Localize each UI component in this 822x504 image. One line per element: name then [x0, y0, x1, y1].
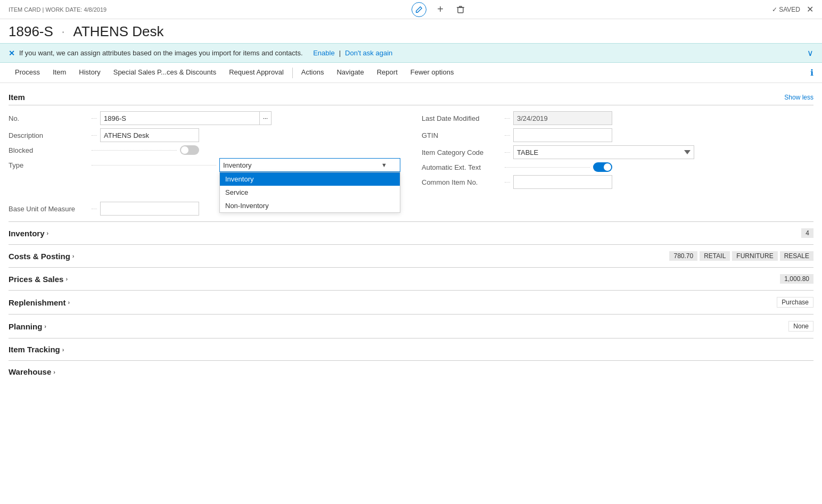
- delete-button[interactable]: [454, 5, 467, 14]
- blocked-label: Blocked: [9, 146, 88, 154]
- costs-badge-furniture: FURNITURE: [732, 251, 777, 261]
- type-selected-value: Inventory: [223, 161, 251, 169]
- page-title: 1896-S · ATHENS Desk: [9, 23, 164, 40]
- item-tracking-chevron: ›: [62, 346, 64, 353]
- type-label: Type: [9, 161, 88, 169]
- nav-actions[interactable]: Actions: [295, 63, 331, 83]
- info-icon[interactable]: ℹ: [810, 68, 813, 78]
- common-item-row: Common Item No.: [411, 173, 813, 191]
- page-title-row: 1896-S · ATHENS Desk: [0, 19, 822, 43]
- item-category-row: Item Category Code TABLE: [411, 144, 813, 161]
- item-name: ATHENS Desk: [73, 23, 164, 39]
- notification-expand[interactable]: ∨: [807, 48, 813, 58]
- planning-section[interactable]: Planning › None: [9, 314, 813, 338]
- replenishment-section[interactable]: Replenishment › Purchase: [9, 290, 813, 314]
- item-form: No. ··· Description: [9, 105, 813, 221]
- auto-ext-label: Automatic Ext. Text: [422, 163, 502, 171]
- nav-fewer-options[interactable]: Fewer options: [404, 63, 461, 83]
- replenishment-badge: Purchase: [777, 297, 813, 308]
- nav-process[interactable]: Process: [9, 63, 46, 83]
- type-dropdown-wrapper: Inventory ▼ Inventory Service Non-Invent…: [219, 158, 400, 172]
- no-lookup-button[interactable]: ···: [260, 111, 272, 125]
- type-option-inventory[interactable]: Inventory: [220, 172, 400, 186]
- nav-menu: Process Item History Special Sales P...c…: [0, 63, 822, 83]
- last-date-input: [513, 111, 612, 125]
- warehouse-section[interactable]: Warehouse ›: [9, 360, 813, 383]
- warehouse-title: Warehouse: [9, 367, 51, 376]
- inventory-section[interactable]: Inventory › 4: [9, 221, 813, 244]
- notification-bar: ✕ If you want, we can assign attributes …: [0, 43, 822, 63]
- gtin-input[interactable]: [513, 128, 612, 142]
- costs-section[interactable]: Costs & Posting › 780.70 RETAIL FURNITUR…: [9, 244, 813, 267]
- item-category-label: Item Category Code: [422, 148, 502, 156]
- breadcrumb: ITEM CARD | WORK DATE: 4/8/2019: [9, 6, 106, 13]
- costs-badge-resale: RESALE: [780, 251, 813, 261]
- inventory-title: Inventory: [9, 229, 45, 238]
- nav-navigate[interactable]: Navigate: [330, 63, 370, 83]
- nav-request-approval[interactable]: Request Approval: [223, 63, 290, 83]
- notification-close[interactable]: ✕: [9, 49, 15, 57]
- costs-badge-retail: RETAIL: [700, 251, 730, 261]
- costs-badge-price: 780.70: [669, 251, 697, 261]
- no-field: ···: [100, 111, 272, 125]
- description-input[interactable]: [100, 128, 199, 142]
- edit-button[interactable]: [412, 2, 426, 17]
- base-unit-input[interactable]: [100, 202, 199, 216]
- item-category-field: TABLE: [513, 145, 694, 159]
- replenishment-title: Replenishment: [9, 298, 66, 307]
- saved-label: SAVED: [779, 6, 800, 13]
- no-input[interactable]: [100, 111, 260, 125]
- blocked-toggle[interactable]: [180, 145, 199, 155]
- svg-rect-0: [458, 7, 463, 13]
- planning-title: Planning: [9, 322, 42, 331]
- type-row: Type Inventory ▼ Inventory Service Non-I…: [9, 156, 411, 173]
- title-separator: ·: [61, 23, 69, 39]
- top-bar: ITEM CARD | WORK DATE: 4/8/2019 + ✓ SAVE…: [0, 0, 822, 19]
- notification-text: If you want, we can assign attributes ba…: [19, 49, 303, 57]
- prices-section[interactable]: Prices & Sales › 1,000.80: [9, 267, 813, 290]
- costs-chevron: ›: [72, 253, 75, 259]
- type-option-service[interactable]: Service: [220, 186, 400, 199]
- check-icon: ✓: [772, 6, 777, 13]
- prices-title: Prices & Sales: [9, 275, 63, 284]
- no-label: No.: [9, 114, 88, 122]
- save-status: ✓ SAVED ✕: [772, 4, 813, 14]
- nav-separator: [292, 68, 293, 78]
- prices-chevron: ›: [65, 276, 68, 282]
- nav-history[interactable]: History: [72, 63, 106, 83]
- inventory-badge: 4: [801, 228, 813, 238]
- dont-ask-link[interactable]: Don't ask again: [345, 49, 392, 57]
- gtin-label: GTIN: [422, 131, 502, 139]
- type-dropdown-button[interactable]: Inventory ▼: [219, 158, 400, 172]
- item-section-title: Item: [9, 93, 25, 102]
- add-button[interactable]: +: [435, 3, 446, 15]
- chevron-down-icon: ▼: [381, 162, 387, 168]
- type-dropdown-list: Inventory Service Non-Inventory: [219, 172, 400, 213]
- type-option-noninventory[interactable]: Non-Inventory: [220, 199, 400, 212]
- planning-badge: None: [788, 321, 813, 332]
- form-col-left: No. ··· Description: [9, 110, 411, 217]
- inventory-chevron: ›: [47, 230, 49, 236]
- auto-ext-toggle[interactable]: [593, 162, 612, 172]
- item-section-header: Item Show less: [9, 87, 813, 105]
- prices-badge: 1,000.80: [780, 274, 813, 284]
- warehouse-chevron: ›: [53, 369, 55, 375]
- common-item-input[interactable]: [513, 175, 612, 189]
- item-category-select[interactable]: TABLE: [513, 145, 694, 159]
- nav-special-sales[interactable]: Special Sales P...ces & Discounts: [107, 63, 223, 83]
- nav-item[interactable]: Item: [46, 63, 72, 83]
- item-tracking-section[interactable]: Item Tracking ›: [9, 338, 813, 360]
- common-item-label: Common Item No.: [422, 178, 502, 186]
- no-row: No. ···: [9, 110, 411, 127]
- nav-report[interactable]: Report: [371, 63, 404, 83]
- description-row: Description: [9, 127, 411, 144]
- show-less-button[interactable]: Show less: [784, 94, 813, 101]
- base-unit-label: Base Unit of Measure: [9, 205, 88, 213]
- form-col-right: Last Date Modified GTIN Item Category Co…: [411, 110, 813, 217]
- content-area: Item Show less No. ··· Descriptio: [0, 87, 822, 383]
- last-date-label: Last Date Modified: [422, 114, 502, 122]
- close-button[interactable]: ✕: [807, 4, 813, 14]
- enable-link[interactable]: Enable: [313, 49, 334, 57]
- blocked-row: Blocked: [9, 144, 411, 156]
- item-tracking-title: Item Tracking: [9, 345, 60, 354]
